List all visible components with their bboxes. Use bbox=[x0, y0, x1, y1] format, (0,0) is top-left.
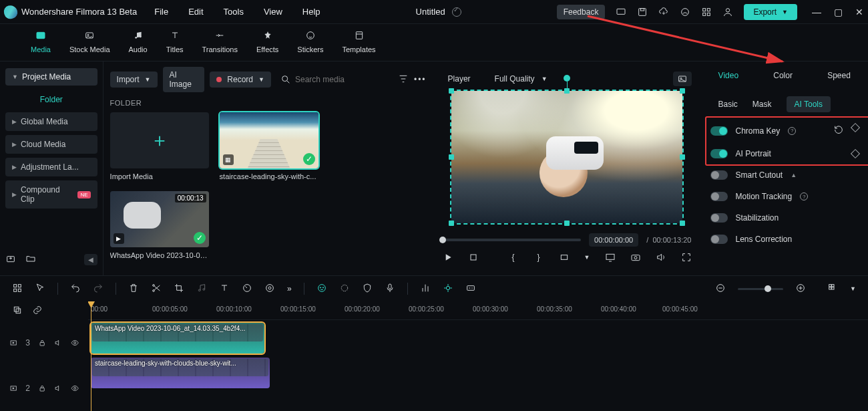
search-field[interactable] bbox=[276, 72, 393, 88]
module-titles[interactable]: Titles bbox=[166, 28, 184, 61]
module-effects[interactable]: Effects bbox=[256, 28, 278, 61]
track-head-3[interactable]: 3 bbox=[0, 320, 88, 366]
speed-icon[interactable] bbox=[242, 283, 252, 295]
mic-icon[interactable] bbox=[385, 283, 395, 295]
enhance-icon[interactable] bbox=[339, 283, 350, 295]
sidebar-collapse-button[interactable]: ◀ bbox=[84, 254, 97, 265]
mute-icon[interactable] bbox=[54, 337, 62, 348]
subtab-mask[interactable]: Mask bbox=[752, 100, 772, 109]
resize-handle[interactable] bbox=[449, 88, 454, 94]
tool-stabilization[interactable]: Stabilization bbox=[710, 213, 859, 223]
menu-view[interactable]: View bbox=[264, 7, 282, 17]
chevron-up-icon[interactable]: ▲ bbox=[791, 172, 797, 178]
tl-select-icon[interactable] bbox=[12, 283, 23, 295]
record-button[interactable]: Record ▼ bbox=[210, 72, 271, 88]
new-folder-icon[interactable] bbox=[25, 253, 36, 266]
fullscreen-icon[interactable] bbox=[681, 252, 692, 263]
seek-bar[interactable] bbox=[443, 239, 581, 241]
toggle-ai-portrait[interactable] bbox=[710, 149, 728, 158]
mark-out-icon[interactable]: } bbox=[533, 252, 544, 263]
toggle-smart-cutout[interactable] bbox=[710, 170, 728, 180]
quality-dropdown[interactable]: Full Quality ▼ bbox=[487, 71, 556, 87]
tl-link-icon[interactable] bbox=[32, 305, 43, 317]
close-button[interactable]: ✕ bbox=[855, 7, 864, 17]
help-icon[interactable]: ? bbox=[800, 192, 808, 200]
resize-handle[interactable] bbox=[680, 154, 685, 160]
marker-icon[interactable] bbox=[443, 283, 453, 295]
resize-handle[interactable] bbox=[449, 154, 454, 160]
module-templates[interactable]: Templates bbox=[342, 28, 375, 61]
music-note-icon[interactable] bbox=[196, 283, 207, 295]
redo-icon[interactable] bbox=[93, 283, 103, 295]
ratio-icon[interactable] bbox=[559, 252, 570, 263]
save-icon[interactable] bbox=[637, 7, 648, 17]
reset-icon[interactable] bbox=[833, 124, 844, 137]
preview-mode-button[interactable] bbox=[673, 72, 692, 86]
split-icon[interactable] bbox=[151, 283, 162, 295]
undo-icon[interactable] bbox=[70, 283, 81, 295]
view-grid-icon[interactable] bbox=[827, 283, 838, 295]
inspector-tab-speed[interactable]: Speed bbox=[818, 65, 860, 86]
crop-icon[interactable] bbox=[174, 283, 184, 295]
menu-help[interactable]: Help bbox=[302, 7, 320, 17]
shield-icon[interactable] bbox=[362, 283, 373, 295]
inspector-tab-color[interactable]: Color bbox=[764, 65, 802, 86]
cloud-download-icon[interactable] bbox=[658, 7, 669, 17]
keyframe-icon[interactable] bbox=[851, 149, 860, 158]
clip-whatsapp-video[interactable]: WhatsApp Video 2023-10-06_at_14.03.35_4b… bbox=[91, 323, 264, 354]
module-audio[interactable]: Audio bbox=[129, 28, 148, 61]
export-button[interactable]: Export ▼ bbox=[744, 4, 797, 20]
sidebar-item-compound-clip[interactable]: ▶ Compound Clip NE bbox=[5, 180, 97, 209]
mark-in-icon[interactable]: { bbox=[508, 252, 519, 263]
chevron-down-icon[interactable]: ▼ bbox=[584, 254, 590, 261]
minimize-button[interactable]: — bbox=[812, 7, 821, 17]
color-icon[interactable] bbox=[264, 283, 275, 295]
snapshot-icon[interactable] bbox=[630, 252, 641, 263]
track-head-2[interactable]: 2 bbox=[0, 366, 88, 411]
tl-overlay-icon[interactable] bbox=[12, 305, 23, 317]
thumb-whatsapp-video[interactable]: 00:00:13 ▶ ✓ WhatsApp Video 2023-10-05..… bbox=[110, 191, 209, 259]
keyframe-icon[interactable] bbox=[851, 123, 860, 132]
new-bin-icon[interactable] bbox=[5, 253, 16, 266]
tool-motion-tracking[interactable]: Motion Tracking ? bbox=[710, 192, 859, 201]
search-input[interactable] bbox=[295, 75, 389, 84]
display-icon[interactable] bbox=[605, 252, 616, 263]
sidebar-item-global-media[interactable]: ▶ Global Media bbox=[5, 112, 97, 131]
maximize-button[interactable]: ▢ bbox=[833, 7, 843, 17]
ai-image-button[interactable]: AI Image bbox=[163, 67, 205, 92]
module-stock[interactable]: Stock Media bbox=[69, 28, 110, 61]
sidebar-item-cloud-media[interactable]: ▶ Cloud Media bbox=[5, 135, 97, 154]
module-media[interactable]: Media bbox=[31, 28, 51, 61]
preview-canvas[interactable] bbox=[451, 91, 682, 223]
delete-icon[interactable] bbox=[128, 283, 139, 295]
toggle-motion-tracking[interactable] bbox=[710, 192, 728, 201]
thumb-import-media[interactable]: ＋ Import Media bbox=[110, 112, 209, 180]
subtab-ai-tools[interactable]: AI Tools bbox=[787, 96, 831, 112]
account-icon[interactable] bbox=[722, 7, 733, 17]
menu-tools[interactable]: Tools bbox=[224, 7, 244, 17]
thumb-staircase[interactable]: ▦ ✓ staircase-leading-sky-with-c... bbox=[220, 112, 318, 180]
device-icon[interactable] bbox=[616, 7, 626, 17]
apps-icon[interactable] bbox=[701, 7, 712, 17]
visibility-icon[interactable] bbox=[71, 337, 79, 348]
toggle-stabilization[interactable] bbox=[710, 213, 728, 223]
zoom-out-icon[interactable] bbox=[715, 283, 726, 295]
sidebar-folder-selected[interactable]: Folder bbox=[5, 86, 97, 112]
chevron-down-icon[interactable]: ▼ bbox=[850, 285, 856, 292]
filter-icon[interactable] bbox=[398, 74, 409, 86]
mute-icon[interactable] bbox=[54, 383, 62, 394]
player-tab[interactable]: Player bbox=[448, 74, 471, 84]
feedback-button[interactable]: Feedback bbox=[557, 5, 606, 19]
tool-lens-correction[interactable]: Lens Correction bbox=[710, 235, 859, 244]
support-icon[interactable] bbox=[680, 7, 690, 17]
equalizer-icon[interactable] bbox=[420, 283, 431, 295]
zoom-slider[interactable] bbox=[738, 288, 783, 290]
inspector-tab-video[interactable]: Video bbox=[709, 65, 748, 86]
sidebar-project-media[interactable]: ▼ Project Media bbox=[5, 68, 97, 86]
tool-ai-portrait[interactable]: AI Portrait bbox=[710, 149, 859, 158]
cloud-sync-icon[interactable] bbox=[452, 7, 461, 17]
import-button[interactable]: Import ▼ bbox=[110, 72, 158, 88]
resize-handle[interactable] bbox=[564, 221, 570, 226]
zoom-in-icon[interactable] bbox=[795, 283, 806, 295]
stop-button[interactable] bbox=[468, 252, 479, 263]
